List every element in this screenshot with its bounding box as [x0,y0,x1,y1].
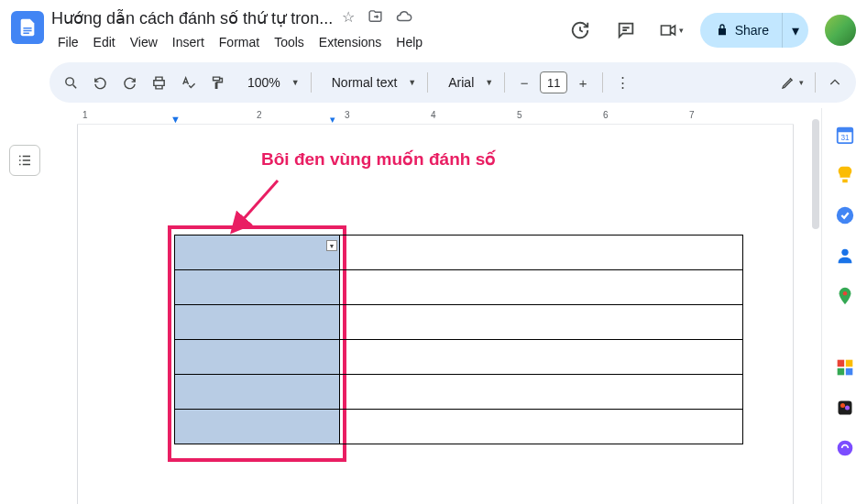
font-value: Arial [443,75,479,90]
table-cell[interactable] [340,410,743,444]
svg-rect-4 [842,180,848,183]
undo-icon[interactable] [86,69,114,96]
menu-bar: File Edit View Insert Format Tools Exten… [51,31,556,53]
menu-file[interactable]: File [51,31,85,53]
ruler-mark: 4 [431,110,436,120]
svg-point-13 [840,403,845,408]
scroll-thumb[interactable] [812,119,819,229]
table-cell[interactable] [340,305,743,340]
table-dropdown-icon[interactable]: ▼ [326,240,337,251]
menu-view[interactable]: View [124,31,164,53]
svg-rect-2 [837,128,852,133]
table-row[interactable] [175,270,743,305]
editing-mode-icon[interactable]: ▾ [775,69,809,96]
svg-point-14 [845,406,850,411]
separator [504,72,505,93]
ruler-mark: 1 [82,110,88,120]
svg-point-15 [837,441,852,456]
document-area: 1 ▼ 2 ▾ 3 4 5 6 7 Bôi đen vùng muốn đánh… [49,108,821,504]
table-row[interactable] [175,236,743,270]
svg-point-7 [842,291,847,296]
table-cell-selected[interactable] [175,340,340,375]
table-cell-selected[interactable] [175,305,340,340]
spellcheck-icon[interactable] [174,69,202,96]
app-icon[interactable] [835,398,855,418]
separator [311,72,312,93]
menu-extensions[interactable]: Extensions [313,31,388,53]
document-table[interactable] [174,235,743,444]
share-button[interactable]: Share ▾ [700,13,808,48]
separator [602,72,603,93]
table-cell-selected[interactable] [175,236,340,270]
app-icon[interactable] [835,438,855,458]
header-main: Hướng dẫn cách đánh số thứ tự tron... ☆ … [51,7,556,53]
annotation-text: Bôi đen vùng muốn đánh số [261,148,496,170]
history-icon[interactable] [564,14,597,47]
font-size-input[interactable] [540,71,567,93]
paragraph-style-select[interactable]: Normal text ▼ [317,75,423,90]
side-panel: 31 [821,108,867,504]
contacts-icon[interactable] [835,246,855,266]
more-icon[interactable]: ⋮ [609,69,636,96]
docs-logo-icon[interactable] [11,11,44,44]
indent-marker-icon[interactable]: ▼ [170,114,181,125]
svg-rect-11 [845,368,852,376]
horizontal-ruler[interactable]: 1 ▼ 2 ▾ 3 4 5 6 7 [77,108,794,125]
zoom-value: 100% [242,75,286,90]
font-size-increase[interactable]: + [569,69,597,96]
menu-tools[interactable]: Tools [268,31,311,53]
outline-toggle-icon[interactable] [9,145,40,176]
table-row[interactable] [175,375,743,410]
document-title[interactable]: Hướng dẫn cách đánh số thứ tự tron... [51,8,333,28]
vertical-scrollbar[interactable] [812,119,821,504]
table-cell-selected[interactable] [175,270,340,305]
collapse-icon[interactable] [821,69,849,96]
cloud-status-icon[interactable] [396,8,412,28]
font-size-decrease[interactable]: − [510,69,538,96]
zoom-select[interactable]: 100% ▼ [233,75,305,90]
font-select[interactable]: Arial ▼ [434,75,499,90]
table-cell[interactable] [340,270,743,305]
style-value: Normal text [326,75,403,90]
user-avatar[interactable] [825,15,856,46]
table-row[interactable] [175,410,743,444]
menu-edit[interactable]: Edit [87,31,122,53]
table-cell-selected[interactable] [175,375,340,410]
ruler-mark: 5 [517,110,522,120]
table-cell[interactable] [340,375,743,410]
comments-icon[interactable] [609,14,642,47]
menu-help[interactable]: Help [390,31,429,53]
star-icon[interactable]: ☆ [342,8,355,28]
svg-rect-9 [845,360,852,367]
move-icon[interactable] [368,8,383,28]
workspace: 1 ▼ 2 ▾ 3 4 5 6 7 Bôi đen vùng muốn đánh… [0,108,867,504]
meet-icon[interactable]: ▾ [655,14,687,47]
annotation-arrow-icon [232,176,287,235]
toolbar: 100% ▼ Normal text ▼ Arial ▼ − + ⋮ ▾ [49,62,856,103]
table-cell-selected[interactable] [175,410,340,444]
search-icon[interactable] [57,69,84,96]
table-row[interactable] [175,340,743,375]
menu-insert[interactable]: Insert [166,31,211,53]
print-icon[interactable] [145,69,172,96]
keep-icon[interactable] [835,165,855,185]
table-cell[interactable] [340,236,743,270]
svg-rect-8 [837,360,844,367]
calendar-icon[interactable]: 31 [835,125,855,145]
left-gutter [0,108,49,504]
document-page[interactable]: Bôi đen vùng muốn đánh số ▼ [77,125,794,504]
share-dropdown-icon[interactable]: ▾ [782,13,808,48]
redo-icon[interactable] [115,69,143,96]
separator [427,72,428,93]
table-cell[interactable] [340,340,743,375]
menu-format[interactable]: Format [213,31,266,53]
app-header: Hướng dẫn cách đánh số thứ tự tron... ☆ … [0,0,867,53]
separator [815,72,816,93]
paint-format-icon[interactable] [203,69,231,96]
tasks-icon[interactable] [835,205,855,225]
app-icon[interactable] [835,357,855,378]
svg-point-6 [841,249,848,256]
ruler-mark: 7 [689,110,695,120]
table-row[interactable] [175,305,743,340]
maps-icon[interactable] [835,286,855,306]
